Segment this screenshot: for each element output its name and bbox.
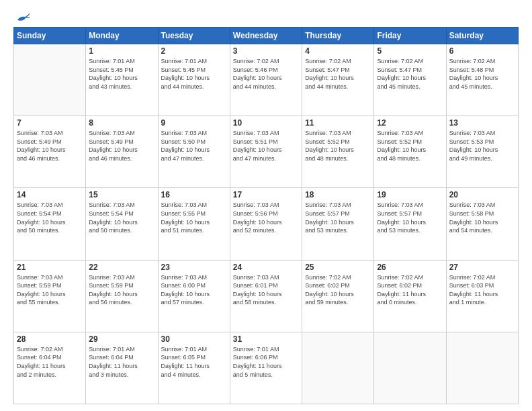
calendar-cell: 18Sunrise: 7:03 AM Sunset: 5:57 PM Dayli…: [302, 188, 374, 260]
calendar-cell: 31Sunrise: 7:01 AM Sunset: 6:06 PM Dayli…: [230, 332, 302, 404]
calendar-cell: 28Sunrise: 7:02 AM Sunset: 6:04 PM Dayli…: [14, 332, 86, 404]
day-info: Sunrise: 7:03 AM Sunset: 5:58 PM Dayligh…: [449, 201, 515, 234]
logo-bird-icon: [16, 11, 31, 23]
page: SundayMondayTuesdayWednesdayThursdayFrid…: [0, 0, 532, 411]
calendar-week-row: 14Sunrise: 7:03 AM Sunset: 5:54 PM Dayli…: [14, 188, 519, 260]
day-info: Sunrise: 7:03 AM Sunset: 5:49 PM Dayligh…: [17, 129, 83, 163]
day-info: Sunrise: 7:03 AM Sunset: 5:57 PM Dayligh…: [305, 201, 371, 234]
day-number: 20: [449, 190, 515, 199]
calendar-cell: [302, 332, 374, 404]
day-number: 16: [161, 190, 227, 199]
calendar-cell: 23Sunrise: 7:03 AM Sunset: 6:00 PM Dayli…: [158, 260, 230, 332]
day-number: 19: [377, 190, 443, 199]
day-info: Sunrise: 7:02 AM Sunset: 5:47 PM Dayligh…: [305, 57, 371, 91]
day-number: 10: [233, 118, 299, 128]
calendar-cell: 30Sunrise: 7:01 AM Sunset: 6:05 PM Dayli…: [158, 332, 230, 404]
calendar-cell: 25Sunrise: 7:02 AM Sunset: 6:02 PM Dayli…: [302, 260, 374, 332]
day-number: 27: [449, 263, 515, 272]
calendar-header-friday: Friday: [374, 28, 446, 44]
day-number: 26: [377, 263, 443, 272]
day-number: 28: [17, 334, 83, 344]
calendar-header-tuesday: Tuesday: [158, 28, 230, 44]
day-number: 4: [305, 46, 371, 56]
calendar-cell: 8Sunrise: 7:03 AM Sunset: 5:49 PM Daylig…: [86, 116, 158, 188]
calendar-cell: 29Sunrise: 7:01 AM Sunset: 6:04 PM Dayli…: [86, 332, 158, 404]
day-number: 23: [161, 263, 227, 272]
day-info: Sunrise: 7:03 AM Sunset: 6:00 PM Dayligh…: [161, 273, 227, 307]
calendar-header-wednesday: Wednesday: [230, 28, 302, 44]
day-number: 8: [89, 118, 154, 128]
calendar-cell: 6Sunrise: 7:02 AM Sunset: 5:48 PM Daylig…: [446, 44, 518, 116]
calendar-cell: 3Sunrise: 7:02 AM Sunset: 5:46 PM Daylig…: [230, 44, 302, 116]
day-info: Sunrise: 7:01 AM Sunset: 5:45 PM Dayligh…: [161, 57, 227, 91]
calendar-cell: [446, 332, 518, 404]
day-number: 11: [305, 118, 371, 128]
day-number: 12: [377, 118, 443, 128]
day-number: 18: [305, 190, 371, 199]
calendar-cell: 22Sunrise: 7:03 AM Sunset: 5:59 PM Dayli…: [86, 260, 158, 332]
day-number: 21: [17, 263, 83, 272]
calendar-header-thursday: Thursday: [302, 28, 374, 44]
day-number: 31: [233, 334, 299, 344]
day-info: Sunrise: 7:03 AM Sunset: 5:54 PM Dayligh…: [17, 201, 83, 234]
calendar-table: SundayMondayTuesdayWednesdayThursdayFrid…: [13, 27, 519, 404]
day-info: Sunrise: 7:02 AM Sunset: 5:46 PM Dayligh…: [233, 57, 299, 91]
day-number: 13: [449, 118, 515, 128]
calendar-cell: [14, 44, 86, 116]
day-info: Sunrise: 7:01 AM Sunset: 6:04 PM Dayligh…: [89, 345, 154, 379]
day-info: Sunrise: 7:02 AM Sunset: 6:04 PM Dayligh…: [17, 345, 83, 379]
day-info: Sunrise: 7:03 AM Sunset: 5:50 PM Dayligh…: [161, 129, 227, 163]
calendar-cell: [374, 332, 446, 404]
calendar-cell: 5Sunrise: 7:02 AM Sunset: 5:47 PM Daylig…: [374, 44, 446, 116]
day-number: 22: [89, 263, 154, 272]
day-info: Sunrise: 7:03 AM Sunset: 5:57 PM Dayligh…: [377, 201, 443, 234]
day-info: Sunrise: 7:03 AM Sunset: 5:52 PM Dayligh…: [305, 129, 371, 163]
day-info: Sunrise: 7:01 AM Sunset: 5:45 PM Dayligh…: [89, 57, 154, 91]
calendar-cell: 14Sunrise: 7:03 AM Sunset: 5:54 PM Dayli…: [14, 188, 86, 260]
calendar-body: 1Sunrise: 7:01 AM Sunset: 5:45 PM Daylig…: [14, 44, 519, 404]
calendar-cell: 17Sunrise: 7:03 AM Sunset: 5:56 PM Dayli…: [230, 188, 302, 260]
day-info: Sunrise: 7:03 AM Sunset: 5:59 PM Dayligh…: [89, 273, 154, 307]
day-number: 1: [89, 46, 154, 56]
day-info: Sunrise: 7:03 AM Sunset: 5:56 PM Dayligh…: [233, 201, 299, 234]
day-number: 2: [161, 46, 227, 56]
day-info: Sunrise: 7:01 AM Sunset: 6:05 PM Dayligh…: [161, 345, 227, 379]
day-info: Sunrise: 7:03 AM Sunset: 5:49 PM Dayligh…: [89, 129, 154, 163]
calendar-cell: 1Sunrise: 7:01 AM Sunset: 5:45 PM Daylig…: [86, 44, 158, 116]
calendar-week-row: 21Sunrise: 7:03 AM Sunset: 5:59 PM Dayli…: [14, 260, 519, 332]
calendar-header-saturday: Saturday: [446, 28, 518, 44]
day-number: 5: [377, 46, 443, 56]
calendar-cell: 19Sunrise: 7:03 AM Sunset: 5:57 PM Dayli…: [374, 188, 446, 260]
day-info: Sunrise: 7:03 AM Sunset: 5:59 PM Dayligh…: [17, 273, 83, 307]
day-number: 30: [161, 334, 227, 344]
day-info: Sunrise: 7:03 AM Sunset: 5:55 PM Dayligh…: [161, 201, 227, 234]
calendar-cell: 26Sunrise: 7:02 AM Sunset: 6:02 PM Dayli…: [374, 260, 446, 332]
day-number: 14: [17, 190, 83, 199]
day-info: Sunrise: 7:02 AM Sunset: 6:02 PM Dayligh…: [377, 273, 443, 307]
calendar-week-row: 28Sunrise: 7:02 AM Sunset: 6:04 PM Dayli…: [14, 332, 519, 404]
calendar-cell: 4Sunrise: 7:02 AM Sunset: 5:47 PM Daylig…: [302, 44, 374, 116]
logo: [13, 11, 32, 23]
day-info: Sunrise: 7:02 AM Sunset: 5:48 PM Dayligh…: [449, 57, 515, 91]
day-number: 3: [233, 46, 299, 56]
day-info: Sunrise: 7:02 AM Sunset: 6:03 PM Dayligh…: [449, 273, 515, 307]
day-number: 17: [233, 190, 299, 199]
calendar-cell: 15Sunrise: 7:03 AM Sunset: 5:54 PM Dayli…: [86, 188, 158, 260]
calendar-header-row: SundayMondayTuesdayWednesdayThursdayFrid…: [14, 28, 519, 44]
header: [13, 11, 519, 23]
day-number: 25: [305, 263, 371, 272]
calendar-cell: 21Sunrise: 7:03 AM Sunset: 5:59 PM Dayli…: [14, 260, 86, 332]
day-number: 15: [89, 190, 154, 199]
calendar-cell: 20Sunrise: 7:03 AM Sunset: 5:58 PM Dayli…: [446, 188, 518, 260]
calendar-week-row: 1Sunrise: 7:01 AM Sunset: 5:45 PM Daylig…: [14, 44, 519, 116]
calendar-cell: 27Sunrise: 7:02 AM Sunset: 6:03 PM Dayli…: [446, 260, 518, 332]
day-info: Sunrise: 7:02 AM Sunset: 5:47 PM Dayligh…: [377, 57, 443, 91]
calendar-cell: 13Sunrise: 7:03 AM Sunset: 5:53 PM Dayli…: [446, 116, 518, 188]
calendar-header-monday: Monday: [86, 28, 158, 44]
calendar-week-row: 7Sunrise: 7:03 AM Sunset: 5:49 PM Daylig…: [14, 116, 519, 188]
calendar-cell: 24Sunrise: 7:03 AM Sunset: 6:01 PM Dayli…: [230, 260, 302, 332]
day-info: Sunrise: 7:03 AM Sunset: 6:01 PM Dayligh…: [233, 273, 299, 307]
calendar-cell: 12Sunrise: 7:03 AM Sunset: 5:52 PM Dayli…: [374, 116, 446, 188]
day-info: Sunrise: 7:03 AM Sunset: 5:53 PM Dayligh…: [449, 129, 515, 163]
day-info: Sunrise: 7:03 AM Sunset: 5:52 PM Dayligh…: [377, 129, 443, 163]
